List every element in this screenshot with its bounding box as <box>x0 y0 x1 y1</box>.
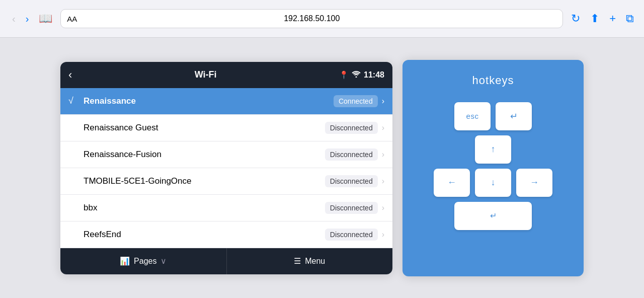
network-name: TMOBILE-5CE1-GoingOnce <box>84 176 325 186</box>
wifi-list: √ Renaissance Connected › Renaissance Gu… <box>60 88 392 248</box>
forward-button[interactable]: › <box>24 11 31 27</box>
wifi-item-renaissance[interactable]: √ Renaissance Connected › <box>60 88 392 115</box>
pages-icon: 📊 <box>120 256 130 266</box>
hotkeys-row-3: ← ↓ → <box>434 169 552 197</box>
main-content: ‹ Wi-Fi 📍 11:48 √ Renais <box>0 38 644 298</box>
browser-chrome: ‹ › 📖 AA 192.168.50.100 ↻ ⬆ + ⧉ <box>0 0 644 38</box>
reload-icon[interactable]: ↻ <box>571 12 580 25</box>
url-display: 192.168.50.100 <box>284 14 340 23</box>
hotkeys-grid: esc ↵ ↑ ← ↓ → ↵ <box>415 102 572 230</box>
wifi-title: Wi-Fi <box>195 69 217 80</box>
network-name: Renaissance <box>84 96 334 106</box>
left-arrow-key[interactable]: ← <box>434 169 470 197</box>
chevron-right-icon: › <box>382 123 384 132</box>
chevron-right-icon: › <box>382 97 384 106</box>
nav-buttons: ‹ › <box>10 11 31 27</box>
tabs-icon[interactable]: ⧉ <box>626 12 634 25</box>
hotkeys-title: hotkeys <box>472 74 514 87</box>
wifi-item-tmobile[interactable]: TMOBILE-5CE1-GoingOnce Disconnected › <box>60 168 392 195</box>
connection-status: Disconnected <box>325 175 378 187</box>
esc-key[interactable]: esc <box>454 102 491 130</box>
menu-button[interactable]: ☰ Menu <box>227 248 393 274</box>
location-icon: 📍 <box>339 70 349 80</box>
chevron-right-icon: › <box>382 150 384 159</box>
back-button[interactable]: ‹ <box>10 11 18 27</box>
share-icon[interactable]: ⬆ <box>590 12 599 25</box>
wifi-signal-icon <box>352 70 361 79</box>
phone-ui: ‹ Wi-Fi 📍 11:48 √ Renais <box>60 62 392 274</box>
network-name: Renaissance-Fusion <box>84 150 325 160</box>
time-display: 11:48 <box>364 70 384 80</box>
hotkeys-row-1: esc ↵ <box>454 102 532 130</box>
wifi-item-renaissance-guest[interactable]: Renaissance Guest Disconnected › <box>60 115 392 141</box>
menu-icon: ☰ <box>294 256 301 266</box>
hotkeys-row-4: ↵ <box>454 202 532 230</box>
svg-point-0 <box>356 77 357 78</box>
right-arrow-key[interactable]: → <box>516 169 552 197</box>
wifi-back-button[interactable]: ‹ <box>68 68 72 82</box>
wifi-item-renaissance-fusion[interactable]: Renaissance-Fusion Disconnected › <box>60 141 392 168</box>
status-bar: ‹ Wi-Fi 📍 11:48 <box>60 62 392 88</box>
connection-status: Disconnected <box>325 229 378 241</box>
connection-status: Disconnected <box>325 122 378 134</box>
checkmark-icon: √ <box>68 96 78 106</box>
connection-status: Disconnected <box>325 148 378 161</box>
aa-label[interactable]: AA <box>67 15 77 23</box>
chevron-right-icon: › <box>382 230 384 239</box>
network-name: Renaissance Guest <box>84 123 325 133</box>
down-arrow-key[interactable]: ↓ <box>475 169 511 197</box>
network-name: bbx <box>84 203 325 213</box>
enter-key[interactable]: ↵ <box>496 102 532 130</box>
wifi-item-bbx[interactable]: bbx Disconnected › <box>60 195 392 221</box>
up-arrow-key[interactable]: ↑ <box>475 135 511 164</box>
menu-label: Menu <box>305 257 325 266</box>
toolbar-icons: ↻ ⬆ + ⧉ <box>571 12 634 25</box>
bottom-bar: 📊 Pages ∨ ☰ Menu <box>60 248 392 274</box>
status-right: 📍 11:48 <box>339 70 384 80</box>
add-tab-icon[interactable]: + <box>609 12 616 25</box>
pages-label: Pages <box>134 257 156 266</box>
hotkeys-row-2: ↑ <box>475 135 511 164</box>
wifi-item-reefsend[interactable]: ReefsEnd Disconnected › <box>60 221 392 248</box>
chevron-right-icon: › <box>382 177 384 186</box>
bookmarks-icon[interactable]: 📖 <box>39 12 52 25</box>
network-name: ReefsEnd <box>84 230 325 240</box>
pages-chevron-icon: ∨ <box>160 256 167 266</box>
space-key[interactable]: ↵ <box>454 202 532 230</box>
chevron-right-icon: › <box>382 203 384 212</box>
pages-button[interactable]: 📊 Pages ∨ <box>60 248 227 274</box>
hotkeys-panel: hotkeys esc ↵ ↑ ← ↓ → ↵ <box>403 60 584 276</box>
connection-status: Connected <box>334 95 378 107</box>
address-bar[interactable]: AA 192.168.50.100 <box>60 9 563 28</box>
connection-status: Disconnected <box>325 202 378 214</box>
